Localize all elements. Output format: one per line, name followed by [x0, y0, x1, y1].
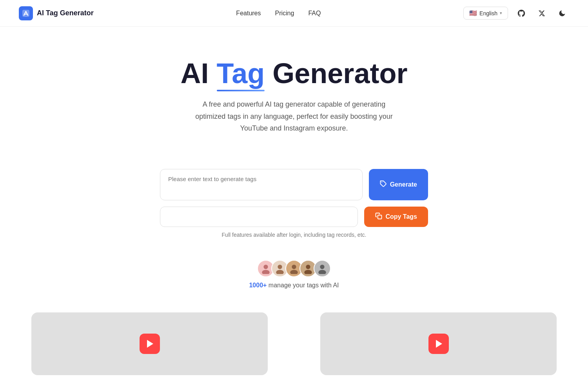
- nav-faq[interactable]: FAQ: [308, 10, 321, 16]
- copy-icon: [375, 212, 382, 221]
- generate-button[interactable]: Generate: [369, 169, 428, 200]
- chevron-down-icon: ▾: [500, 11, 502, 16]
- hero-subtitle: A free and powerful AI tag generator cap…: [192, 98, 396, 134]
- hero-title: AI Tag Generator: [19, 58, 569, 89]
- nav-right: 🇺🇸 English ▾: [463, 6, 569, 20]
- dark-mode-icon[interactable]: [555, 6, 569, 20]
- title-part2: Generator: [265, 58, 407, 89]
- svg-point-3: [263, 265, 268, 269]
- navbar: AI Tag Generator Features Pricing FAQ 🇺🇸…: [0, 0, 588, 27]
- title-highlight: Tag: [217, 58, 265, 89]
- title-part1: AI: [181, 58, 217, 89]
- nav-pricing[interactable]: Pricing: [275, 10, 294, 16]
- svg-point-10: [304, 270, 312, 274]
- nav-features[interactable]: Features: [236, 10, 261, 16]
- yt-play-button-right[interactable]: [428, 334, 449, 354]
- svg-point-12: [318, 270, 326, 274]
- avatar: [314, 260, 331, 277]
- github-icon[interactable]: [514, 6, 528, 20]
- generator-section: Generate Copy Tags Full features availab…: [141, 169, 447, 238]
- svg-point-11: [320, 265, 324, 269]
- social-text-suffix: manage your tags with AI: [267, 282, 339, 289]
- svg-rect-0: [22, 10, 29, 17]
- twitter-x-icon[interactable]: [535, 6, 549, 20]
- logo-icon: [19, 6, 33, 20]
- svg-point-6: [276, 270, 284, 274]
- youtube-card-right: [320, 312, 557, 375]
- tags-row: Copy Tags: [160, 207, 428, 227]
- user-count: 1000+: [249, 282, 267, 289]
- input-row: Generate: [160, 169, 428, 200]
- svg-point-8: [290, 270, 298, 274]
- youtube-card-left: [31, 312, 268, 375]
- logo-text: AI Tag Generator: [37, 9, 94, 17]
- generate-label: Generate: [390, 181, 417, 188]
- svg-point-4: [262, 270, 270, 274]
- social-proof-section: 1000+ manage your tags with AI: [196, 260, 392, 289]
- svg-rect-2: [378, 215, 382, 219]
- tag-icon: [380, 180, 387, 189]
- avatars-group: [196, 260, 392, 277]
- social-text: 1000+ manage your tags with AI: [196, 282, 392, 289]
- copy-tags-button[interactable]: Copy Tags: [364, 207, 428, 227]
- lang-flag: 🇺🇸: [469, 9, 477, 17]
- hero-section: AI Tag Generator A free and powerful AI …: [0, 27, 588, 169]
- copy-label: Copy Tags: [385, 213, 417, 220]
- svg-point-7: [292, 265, 296, 269]
- logo-link[interactable]: AI Tag Generator: [19, 6, 94, 20]
- yt-thumbnail-right: [320, 312, 557, 375]
- login-note: Full features available after login, inc…: [160, 232, 428, 238]
- tags-output-field[interactable]: [160, 207, 358, 227]
- svg-point-5: [278, 265, 282, 269]
- yt-thumbnail-left: [31, 312, 268, 375]
- language-selector[interactable]: 🇺🇸 English ▾: [463, 7, 508, 20]
- lang-label: English: [479, 10, 497, 16]
- nav-links: Features Pricing FAQ: [236, 10, 321, 17]
- tag-input[interactable]: [160, 169, 363, 200]
- svg-point-9: [306, 265, 310, 269]
- youtube-cards-row: [0, 289, 588, 375]
- yt-play-button-left[interactable]: [140, 334, 160, 354]
